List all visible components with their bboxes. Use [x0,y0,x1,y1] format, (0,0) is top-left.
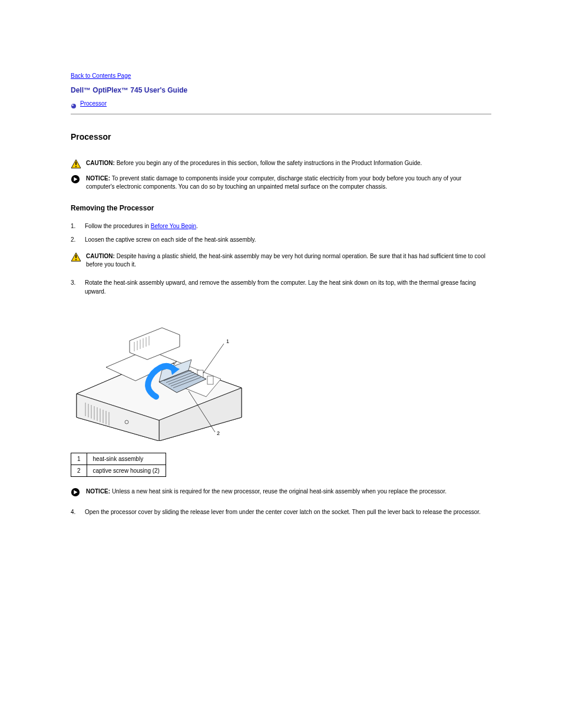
document-title: Dell™ OptiPlex™ 745 User's Guide [71,86,491,94]
svg-text:1: 1 [226,338,229,344]
legend-table: 1 heat-sink assembly 2 captive screw hou… [71,453,166,477]
svg-rect-34 [207,376,213,384]
before-you-begin-link[interactable]: Before You Begin [151,223,196,229]
legend-num: 1 [71,453,87,465]
step-number: 4. [71,508,79,516]
heatsink-figure: 1 2 [71,305,491,443]
caution-icon [71,252,81,263]
table-row: 1 heat-sink assembly [71,453,166,465]
svg-rect-3 [75,162,77,164]
notice-text-2: Unless a new heat sink is required for t… [110,488,447,495]
notice-block-1: NOTICE: To prevent static damage to comp… [71,174,491,191]
caution-text: Before you begin any of the procedures i… [115,160,422,166]
step-number: 2. [71,235,79,244]
table-row: 2 captive screw housing (2) [71,465,166,477]
svg-rect-4 [75,166,77,167]
notice-label-1: NOTICE: [86,175,110,182]
legend-label: captive screw housing (2) [87,465,166,477]
caution-text-2: Despite having a plastic shield, the hea… [86,253,485,268]
caution-icon [71,159,81,170]
svg-rect-9 [75,259,77,261]
removing-heading: Removing the Processor [71,204,491,212]
step-text: Rotate the heat-sink assembly upward, an… [85,278,491,296]
notice-text-1: To prevent static damage to components i… [86,175,461,190]
divider [71,114,491,114]
step-3: 3. Rotate the heat-sink assembly upward,… [71,278,491,296]
svg-text:2: 2 [217,430,220,436]
notice-icon [71,174,81,185]
step-text: Loosen the captive screw on each side of… [85,235,491,244]
svg-marker-25 [130,328,180,360]
caution-block-1: CAUTION: Before you begin any of the pro… [71,159,491,170]
notice-label-2: NOTICE: [86,488,110,495]
caution-block-2: CAUTION: Despite having a plastic shield… [71,252,491,269]
svg-line-43 [203,344,224,373]
legend-label: heat-sink assembly [87,453,166,465]
caution-label-2: CAUTION: [86,253,115,259]
step-4: 4. Open the processor cover by sliding t… [71,508,491,516]
back-to-contents-link[interactable]: Back to Contents Page [71,73,131,79]
step-text: Open the processor cover by sliding the … [85,508,491,516]
step-number: 1. [71,222,79,230]
section-heading-processor: Processor [71,132,491,141]
legend-num: 2 [71,465,87,477]
steps-list-b: 3. Rotate the heat-sink assembly upward,… [71,278,491,296]
step-text-post: . [196,223,198,229]
steps-list-c: 4. Open the processor cover by sliding t… [71,508,491,516]
bullet-icon [71,101,77,107]
svg-point-0 [71,104,76,108]
notice-icon [71,487,81,498]
svg-rect-8 [75,255,77,258]
step-2: 2. Loosen the captive screw on each side… [71,235,491,244]
toc-processor-link[interactable]: Processor [80,100,107,107]
caution-label: CAUTION: [86,160,115,166]
step-text: Follow the procedures in [85,223,151,229]
notice-block-2: NOTICE: Unless a new heat sink is requir… [71,487,491,498]
step-1: 1. Follow the procedures in Before You B… [71,222,491,230]
steps-list-a: 1. Follow the procedures in Before You B… [71,222,491,244]
svg-point-1 [72,104,73,106]
step-number: 3. [71,278,79,296]
